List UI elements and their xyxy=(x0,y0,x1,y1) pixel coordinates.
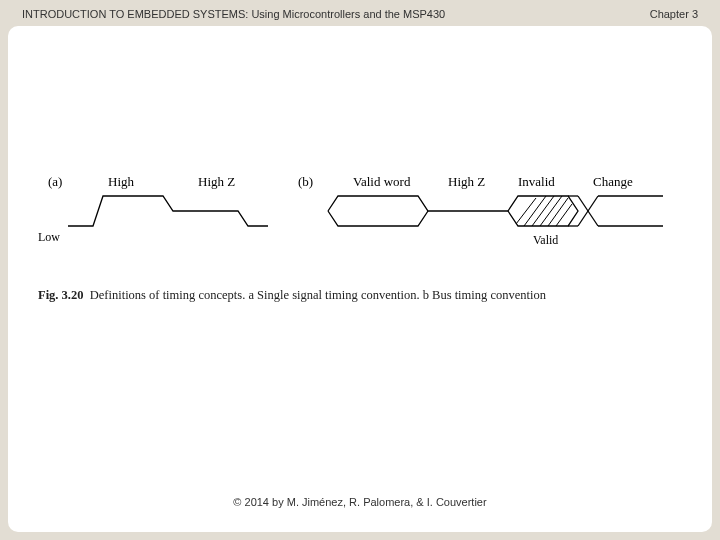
svg-line-0 xyxy=(516,198,536,224)
hatch-invalid xyxy=(516,196,572,226)
page-footer: © 2014 by M. Jiménez, R. Palomera, & I. … xyxy=(8,496,712,508)
timing-diagram: (a) High High Z Low (b) Valid word High … xyxy=(38,166,678,276)
figure-area: (a) High High Z Low (b) Valid word High … xyxy=(38,166,682,304)
label-validword: Valid word xyxy=(353,174,411,189)
label-low: Low xyxy=(38,230,60,244)
figure-caption: Fig. 3.20 Definitions of timing concepts… xyxy=(38,288,658,304)
copyright: © 2014 by M. Jiménez, R. Palomera, & I. … xyxy=(233,496,486,508)
label-high: High xyxy=(108,174,135,189)
label-valid: Valid xyxy=(533,233,558,247)
label-change: Change xyxy=(593,174,633,189)
panel-a-label: (a) xyxy=(48,174,62,189)
bus-bot-1 xyxy=(328,211,428,226)
waveform-a xyxy=(68,196,268,226)
label-highz-a: High Z xyxy=(198,174,235,189)
panel-b-label: (b) xyxy=(298,174,313,189)
bus-top-1 xyxy=(328,196,508,211)
figure-number: Fig. 3.20 xyxy=(38,288,83,302)
slide-body: (a) High High Z Low (b) Valid word High … xyxy=(8,26,712,532)
label-highz-b: High Z xyxy=(448,174,485,189)
book-title: INTRODUCTION TO EMBEDDED SYSTEMS: Using … xyxy=(22,8,445,20)
chapter-label: Chapter 3 xyxy=(650,8,698,20)
label-invalid: Invalid xyxy=(518,174,555,189)
page-header: INTRODUCTION TO EMBEDDED SYSTEMS: Using … xyxy=(22,8,698,20)
figure-caption-text: Definitions of timing concepts. a Single… xyxy=(90,288,546,302)
